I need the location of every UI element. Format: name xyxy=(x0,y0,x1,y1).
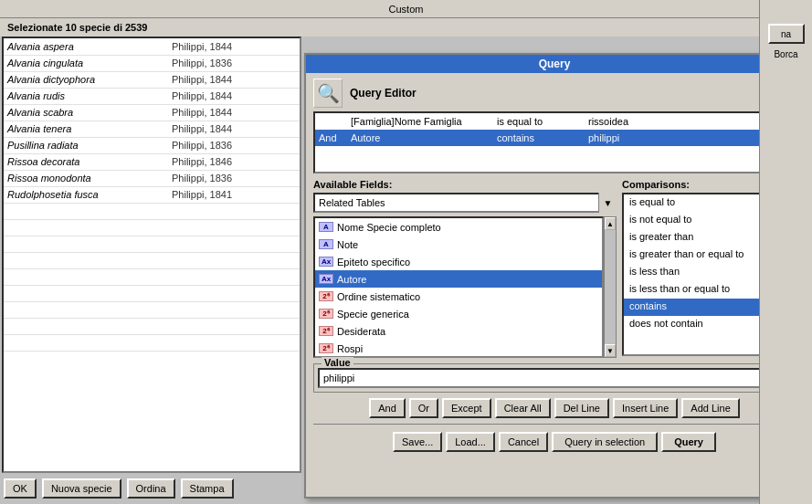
species-row[interactable]: Alvania aspera Philippi, 1844 xyxy=(4,38,300,55)
field-item[interactable]: 2⁶Specie generica xyxy=(315,305,602,322)
query-editor-label: Query Editor xyxy=(350,87,417,100)
fields-scroll-track xyxy=(605,230,616,344)
right-panel: na Borca xyxy=(759,0,812,504)
row2-field: Autore xyxy=(351,132,497,143)
field-item[interactable]: 2⁶Ordine sistematico xyxy=(315,288,602,305)
field-item[interactable]: 2⁶Tot num xyxy=(315,357,602,358)
species-row[interactable]: Alvania dictyophora Philippi, 1844 xyxy=(4,71,300,88)
fields-dropdown-arrow[interactable]: ▼ xyxy=(598,193,617,213)
app-title: Custom xyxy=(389,4,424,15)
available-fields-section: Available Fields: Related Tables ▼ ANome… xyxy=(313,179,617,358)
fields-scroll-down[interactable]: ▼ xyxy=(605,344,616,357)
row1-field: [Famiglia]Nome Famiglia xyxy=(351,116,497,127)
query-title-bar: Query xyxy=(306,55,803,73)
add-line-button[interactable]: Add Line xyxy=(681,398,739,418)
status-text: Selezionate 10 specie di 2539 xyxy=(7,22,147,33)
query-dialog: Query 🔍 Query Editor [Famiglia]Nome Fami… xyxy=(304,53,805,499)
field-icon: 2⁶ xyxy=(319,343,333,353)
save-button[interactable]: Save... xyxy=(393,432,442,452)
query-in-selection-button[interactable]: Query in selection xyxy=(552,432,658,452)
species-row[interactable]: Rissoa decorata Philippi, 1846 xyxy=(4,153,300,170)
species-row[interactable]: Rissoa monodonta Philippi, 1836 xyxy=(4,170,300,186)
query-editor-box[interactable]: [Famiglia]Nome Famiglia is equal to riss… xyxy=(313,111,796,173)
row2-connector: And xyxy=(319,132,351,143)
app-title-bar: Custom xyxy=(0,0,812,18)
right-label: Borca xyxy=(760,47,812,61)
species-row[interactable]: Alvania scabra Philippi, 1844 xyxy=(4,104,300,121)
species-row[interactable] xyxy=(4,219,300,236)
bottom-buttons-row: Save... Load... Cancel Query in selectio… xyxy=(306,428,803,456)
fields-list[interactable]: ANome Specie completoANoteAxEpiteto spec… xyxy=(313,216,604,358)
species-row[interactable] xyxy=(4,236,300,252)
field-name: Nome Specie completo xyxy=(337,222,441,233)
value-label: Value xyxy=(322,357,353,368)
field-icon: 2⁶ xyxy=(319,326,333,336)
except-button[interactable]: Except xyxy=(442,398,491,418)
species-row[interactable] xyxy=(4,203,300,219)
species-list-panel: Alvania aspera Philippi, 1844Alvania cin… xyxy=(2,37,301,473)
ok-button[interactable]: OK xyxy=(4,478,37,499)
field-icon: Ax xyxy=(319,274,333,284)
query-editor-header: 🔍 Query Editor xyxy=(306,73,803,111)
species-row[interactable] xyxy=(4,252,300,268)
divider xyxy=(313,424,796,425)
field-item[interactable]: ANote xyxy=(315,236,602,253)
species-row[interactable] xyxy=(4,318,300,334)
species-row[interactable]: Rudolphosetia fusca Philippi, 1841 xyxy=(4,186,300,203)
fields-list-wrapper: ANome Specie completoANoteAxEpiteto spec… xyxy=(313,216,617,358)
right-panel-btn1[interactable]: na xyxy=(768,24,805,44)
field-icon: A xyxy=(319,222,333,232)
fields-dropdown[interactable]: Related Tables xyxy=(313,193,617,213)
field-icon: 2⁶ xyxy=(319,291,333,301)
field-name: Rospi xyxy=(337,343,363,354)
species-row[interactable]: Alvania tenera Philippi, 1844 xyxy=(4,121,300,137)
field-icon: A xyxy=(319,239,333,249)
query-button[interactable]: Query xyxy=(661,432,716,452)
clear-all-button[interactable]: Clear All xyxy=(495,398,551,418)
row1-comparison: is equal to xyxy=(497,116,588,127)
fields-scroll-up[interactable]: ▲ xyxy=(605,217,616,230)
species-row[interactable] xyxy=(4,301,300,318)
value-input[interactable] xyxy=(318,368,791,388)
or-button[interactable]: Or xyxy=(409,398,438,418)
field-item[interactable]: 2⁶Rospi xyxy=(315,340,602,357)
fields-comparisons-section: Available Fields: Related Tables ▼ ANome… xyxy=(306,179,803,358)
field-name: Ordine sistematico xyxy=(337,291,420,302)
query-row-1[interactable]: [Famiglia]Nome Famiglia is equal to riss… xyxy=(315,113,794,130)
insert-line-button[interactable]: Insert Line xyxy=(613,398,678,418)
query-row-2[interactable]: And Autore contains philippi xyxy=(315,130,794,146)
query-editor-icon: 🔍 xyxy=(313,79,343,108)
species-row[interactable]: Pusillina radiata Philippi, 1836 xyxy=(4,137,300,153)
field-icon: Ax xyxy=(319,257,333,267)
del-line-button[interactable]: Del Line xyxy=(554,398,609,418)
ordina-button[interactable]: Ordina xyxy=(127,478,175,499)
row2-comparison: contains xyxy=(497,132,588,143)
species-row[interactable]: Alvania cingulata Philippi, 1836 xyxy=(4,55,300,71)
cancel-button[interactable]: Cancel xyxy=(499,432,548,452)
field-name: Note xyxy=(337,239,358,250)
fields-dropdown-container[interactable]: Related Tables ▼ xyxy=(313,193,617,213)
field-name: Autore xyxy=(337,274,366,285)
field-name: Epiteto specifico xyxy=(337,257,410,268)
query-title: Query xyxy=(539,58,571,70)
field-item[interactable]: AxAutore xyxy=(315,270,602,288)
and-button[interactable]: And xyxy=(369,398,406,418)
field-item[interactable]: AxEpiteto specifico xyxy=(315,253,602,270)
species-row[interactable] xyxy=(4,285,300,301)
field-item[interactable]: ANome Specie completo xyxy=(315,218,602,236)
species-row[interactable] xyxy=(4,334,300,351)
load-button[interactable]: Load... xyxy=(446,432,495,452)
field-name: Specie generica xyxy=(337,309,409,320)
fields-dropdown-value: Related Tables xyxy=(319,197,385,208)
fields-scrollbar[interactable]: ▲ ▼ xyxy=(604,216,617,358)
species-row[interactable] xyxy=(4,268,300,285)
field-name: Desiderata xyxy=(337,326,385,337)
species-row[interactable]: Alvania rudis Philippi, 1844 xyxy=(4,88,300,104)
bottom-buttons: OK Nuova specie Ordina Stampa xyxy=(4,478,234,499)
action-buttons-row: And Or Except Clear All Del Line Insert … xyxy=(306,398,803,418)
field-item[interactable]: 2⁶Desiderata xyxy=(315,322,602,340)
nuova-specie-button[interactable]: Nuova specie xyxy=(42,478,121,499)
field-icon: 2⁶ xyxy=(319,309,333,319)
value-group-box: Value xyxy=(313,363,796,393)
stampa-button[interactable]: Stampa xyxy=(181,478,234,499)
